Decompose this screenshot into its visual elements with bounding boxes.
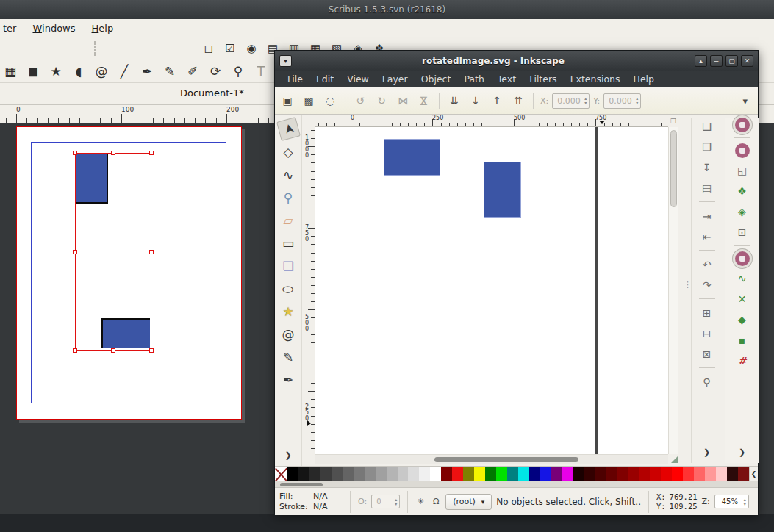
lower-icon[interactable]: ↓ bbox=[467, 93, 484, 109]
zoom-tool-icon[interactable]: ⚲ bbox=[279, 187, 298, 207]
zoom-drawing-icon[interactable]: ⚲ bbox=[698, 373, 716, 390]
selection-handle[interactable] bbox=[149, 151, 154, 155]
menu-layer[interactable]: Layer bbox=[376, 72, 415, 86]
export-icon[interactable]: ⇤ bbox=[698, 228, 716, 245]
menu-path[interactable]: Path bbox=[457, 72, 490, 86]
insert-arc-icon[interactable]: ◖ bbox=[70, 63, 87, 79]
palette-swatch[interactable] bbox=[661, 467, 672, 481]
snap-smooth-nodes-icon[interactable]: ▪ bbox=[734, 331, 751, 348]
commands-expander[interactable]: ❯ bbox=[703, 447, 710, 457]
measure-tool-icon[interactable]: ▱ bbox=[279, 210, 298, 230]
palette-swatch[interactable] bbox=[507, 467, 518, 481]
snap-expander[interactable]: ❯ bbox=[739, 447, 745, 457]
x-input[interactable]: 0.000 ▴▾ bbox=[552, 93, 590, 109]
toolbar-grip[interactable] bbox=[94, 41, 98, 56]
layer-lock-icon[interactable]: Ω bbox=[431, 496, 441, 508]
insert-table-icon[interactable]: ▦ bbox=[1, 63, 19, 79]
palette-swatch[interactable] bbox=[332, 467, 343, 481]
insert-line-icon[interactable]: ╱ bbox=[115, 63, 133, 79]
snap-bbox-midpoints-icon[interactable]: ◈ bbox=[734, 203, 751, 220]
palette-swatch[interactable] bbox=[672, 467, 683, 481]
selection-handle[interactable] bbox=[149, 348, 154, 353]
palette-swatch[interactable] bbox=[727, 467, 738, 481]
palette-swatch[interactable] bbox=[452, 467, 463, 481]
palette-swatch[interactable] bbox=[529, 467, 540, 481]
palette-swatch[interactable] bbox=[562, 467, 573, 481]
clone-icon[interactable]: ⊟ bbox=[698, 325, 716, 342]
edit-contents-icon[interactable]: T bbox=[252, 63, 270, 79]
flip-horizontal-icon[interactable]: ⋈ bbox=[395, 93, 411, 109]
palette-swatch[interactable] bbox=[617, 467, 628, 481]
fill-value[interactable]: N/A bbox=[313, 492, 343, 502]
tweak-tool-icon[interactable]: ∿ bbox=[279, 165, 298, 184]
y-input[interactable]: 0.000 ▴▾ bbox=[603, 93, 641, 109]
snap-midpoints-icon[interactable]: # bbox=[734, 352, 751, 369]
palette-swatch[interactable] bbox=[376, 467, 387, 481]
horizontal-scrollbar[interactable] bbox=[315, 454, 668, 464]
snap-bbox-corners-icon[interactable]: ❖ bbox=[734, 182, 751, 199]
deselect-icon[interactable]: ◌ bbox=[322, 93, 338, 109]
shade-button[interactable]: ▴ bbox=[695, 55, 707, 67]
spinner-buttons[interactable]: ▴▾ bbox=[584, 96, 587, 105]
push-button-icon[interactable]: ◻ bbox=[201, 40, 217, 57]
palette-swatch[interactable] bbox=[485, 467, 496, 481]
snap-paths-icon[interactable]: ∿ bbox=[734, 270, 751, 287]
flip-vertical-icon[interactable]: ⋈ bbox=[416, 93, 432, 109]
vertical-scrollbar[interactable] bbox=[668, 127, 678, 454]
vertical-scrollbar-thumb[interactable] bbox=[670, 130, 677, 207]
menu-edit[interactable]: Edit bbox=[309, 72, 340, 86]
inkscape-canvas[interactable] bbox=[315, 127, 668, 454]
menu-help[interactable]: Help bbox=[90, 21, 123, 35]
palette-swatch[interactable] bbox=[387, 467, 398, 481]
menu-extensions[interactable]: Extensions bbox=[564, 72, 627, 86]
palette-swatch[interactable] bbox=[320, 467, 332, 481]
toolbox-expander[interactable]: ❯ bbox=[284, 450, 291, 460]
palette-swatch[interactable] bbox=[639, 467, 651, 481]
selector-tool-icon[interactable]: ➤ bbox=[276, 117, 300, 141]
selection-frame[interactable] bbox=[75, 153, 151, 351]
box3d-tool-icon[interactable]: ❏ bbox=[279, 256, 298, 276]
palette-swatch[interactable] bbox=[595, 467, 606, 481]
palette-swatch[interactable] bbox=[474, 467, 485, 481]
raise-icon[interactable]: ↑ bbox=[489, 93, 505, 109]
inkscape-titlebar[interactable]: ▾ rotatedImage.svg - Inkscape ▴−▢✕ bbox=[275, 51, 758, 71]
import-icon[interactable]: ⇥ bbox=[698, 207, 716, 224]
stroke-value[interactable]: N/A bbox=[313, 502, 343, 512]
spinner-buttons[interactable]: ▴▾ bbox=[744, 497, 746, 506]
selection-handle[interactable] bbox=[111, 348, 115, 353]
checkbox-icon[interactable]: ☑ bbox=[222, 40, 238, 57]
selection-handle[interactable] bbox=[149, 250, 154, 254]
palette-swatch[interactable] bbox=[584, 467, 595, 481]
horizontal-scrollbar-thumb[interactable] bbox=[434, 457, 578, 462]
snap-intersections-icon[interactable]: ✕ bbox=[734, 290, 751, 307]
document-open-icon[interactable]: ❒ bbox=[698, 138, 716, 155]
palette-swatch[interactable] bbox=[496, 467, 507, 481]
palette-swatch[interactable] bbox=[650, 467, 661, 481]
menu-ter[interactable]: ter bbox=[1, 21, 25, 35]
palette-swatch[interactable] bbox=[683, 467, 694, 481]
palette-swatch[interactable] bbox=[716, 467, 727, 481]
selection-handle[interactable] bbox=[111, 151, 115, 155]
document-print-icon[interactable]: ▤ bbox=[698, 179, 716, 196]
redo-icon[interactable]: ↷ bbox=[698, 276, 716, 293]
spinner-buttons[interactable]: ▴▾ bbox=[395, 497, 397, 506]
snap-bbox-button[interactable] bbox=[735, 143, 750, 158]
panel-grip[interactable]: ⋮ bbox=[684, 280, 690, 290]
palette-scrollbar[interactable] bbox=[275, 481, 758, 487]
blend-mode-icon[interactable]: ✳ bbox=[415, 496, 426, 508]
snap-bbox-centers-icon[interactable]: ⊡ bbox=[734, 223, 751, 240]
scribus-page[interactable] bbox=[16, 126, 242, 420]
cms-corner-button[interactable]: ❐ bbox=[668, 115, 678, 127]
palette-swatch[interactable] bbox=[606, 467, 617, 481]
insert-calligraphic-icon[interactable]: ✐ bbox=[184, 63, 201, 79]
no-color-swatch[interactable] bbox=[275, 467, 287, 481]
svg-rect-left[interactable] bbox=[384, 139, 440, 176]
palette-swatch[interactable] bbox=[419, 467, 430, 481]
menu-windows[interactable]: Windows bbox=[31, 21, 84, 35]
palette-swatch[interactable] bbox=[441, 467, 452, 481]
selection-handle[interactable] bbox=[73, 151, 77, 155]
menu-object[interactable]: Object bbox=[415, 72, 458, 86]
menu-filters[interactable]: Filters bbox=[523, 72, 563, 86]
scribus-titlebar[interactable]: Scribus 1.5.3.svn (r21618) bbox=[0, 0, 774, 19]
document-new-icon[interactable]: ❑ bbox=[698, 118, 716, 134]
